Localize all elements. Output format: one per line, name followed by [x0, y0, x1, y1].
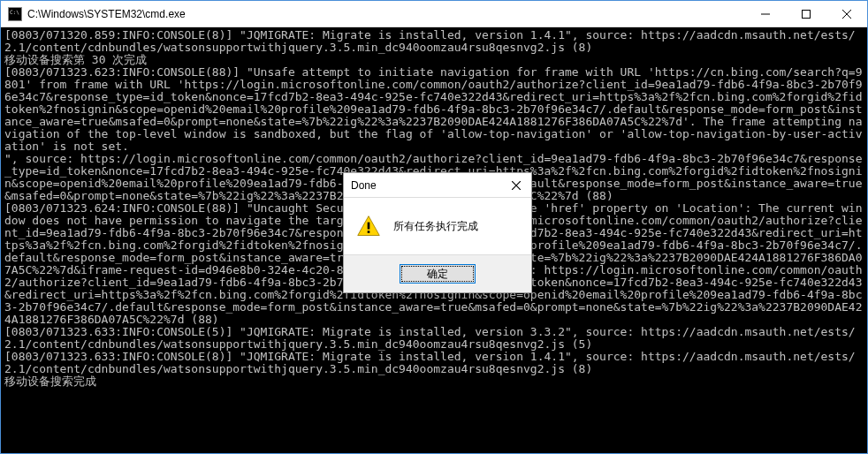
titlebar[interactable]: C:\Windows\SYSTEM32\cmd.exe [1, 1, 867, 27]
console-line: 移动设备搜索第 30 次完成 [4, 54, 864, 66]
console-line: [0803/071323.633:INFO:CONSOLE(8)] "JQMIG… [4, 351, 864, 375]
cmd-icon [8, 7, 22, 21]
close-icon [512, 181, 521, 190]
dialog-title: Done [351, 179, 503, 192]
svg-rect-0 [803, 10, 811, 18]
window-title: C:\Windows\SYSTEM32\cmd.exe [27, 8, 745, 20]
dialog-footer: 确定 [344, 254, 531, 292]
console-line: 移动设备搜索完成 [4, 375, 864, 388]
done-dialog: Done 所有任务执行完成 确定 [343, 172, 532, 293]
console-line: [0803/071323.633:INFO:CONSOLE(5)] "JQMIG… [4, 326, 864, 351]
maximize-icon [802, 10, 811, 19]
maximize-button[interactable] [786, 1, 826, 26]
console-line: [0803/071323.623:INFO:CONSOLE(88)] "Unsa… [4, 66, 864, 153]
console-line: [0803/071320.859:INFO:CONSOLE(8)] "JQMIG… [4, 29, 864, 54]
dialog-close-button[interactable] [503, 175, 529, 196]
warning-icon [356, 214, 381, 238]
svg-rect-1 [368, 223, 370, 230]
ok-button[interactable]: 确定 [400, 264, 476, 284]
dialog-body: 所有任务执行完成 [344, 198, 531, 254]
close-icon [842, 10, 851, 19]
minimize-icon [761, 10, 770, 19]
svg-rect-2 [368, 231, 370, 233]
close-button[interactable] [826, 1, 867, 26]
dialog-message: 所有任务执行完成 [393, 219, 478, 234]
window-controls [745, 1, 867, 26]
minimize-button[interactable] [745, 1, 786, 26]
dialog-titlebar[interactable]: Done [344, 173, 531, 198]
